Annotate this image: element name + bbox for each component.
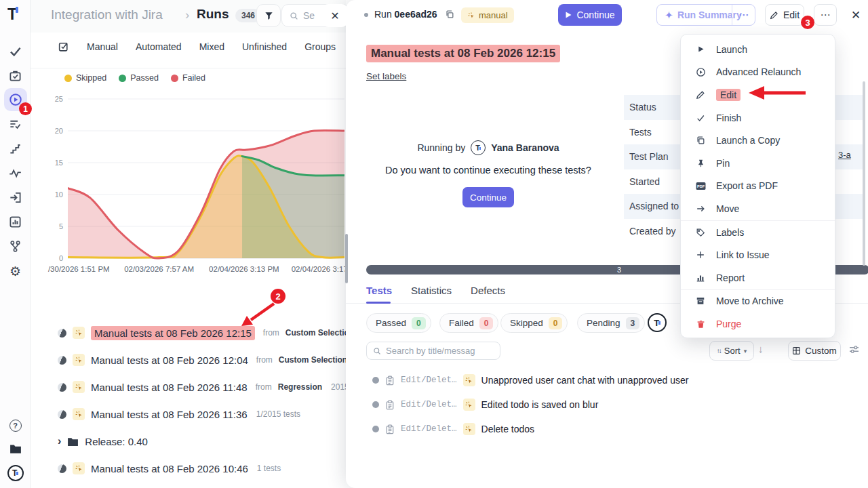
- legend-item-passed[interactable]: Passed: [119, 73, 159, 83]
- manual-test-icon: [463, 374, 475, 386]
- y-tick-label: 5: [59, 222, 63, 230]
- test-title[interactable]: Unapproved user cant chat with unapprove…: [481, 375, 689, 386]
- running-by-label: Running by: [417, 142, 465, 153]
- menu-item-edit[interactable]: Edit: [681, 83, 835, 106]
- tasks-icon[interactable]: [0, 67, 31, 83]
- profile-avatar[interactable]: T: [0, 465, 31, 481]
- test-title[interactable]: Edited todo is saved on blur: [481, 399, 599, 410]
- skipped-count: 0: [549, 317, 563, 329]
- sidebar-rail: T ⚙ ? T: [0, 0, 31, 488]
- tab-groups[interactable]: Groups: [304, 41, 336, 52]
- tab-statistics[interactable]: Statistics: [411, 285, 452, 296]
- tests-search-input[interactable]: [386, 346, 494, 356]
- running-by-row: Running by T Yana Baranova: [346, 140, 631, 155]
- tests-search[interactable]: [366, 342, 500, 360]
- run-title-heading: Manual tests at 08 Feb 2026 12:15: [366, 45, 560, 62]
- menu-item-link-to-issue[interactable]: Link to Issue: [681, 243, 835, 266]
- menu-item-advanced-relaunch[interactable]: Advanced Relaunch: [681, 61, 835, 84]
- app-logo[interactable]: T: [7, 5, 18, 24]
- runner-avatar: T: [471, 140, 486, 155]
- run-id-label: Run 0ee6ad26: [374, 9, 437, 20]
- run-from-label: from: [256, 355, 273, 365]
- tab-unfinished[interactable]: Unfinished: [242, 41, 287, 52]
- run-row[interactable]: Manual tests at 08 Feb 2026 12:15 from C…: [58, 324, 368, 342]
- run-title[interactable]: Manual tests at 08 Feb 2026 11:36: [91, 409, 248, 420]
- run-row[interactable]: Manual tests at 08 Feb 2026 11:36 1/2015…: [58, 405, 300, 423]
- filter-pill-pending[interactable]: Pending3: [577, 313, 645, 333]
- filter-pill-skipped[interactable]: Skipped0: [500, 313, 568, 333]
- custom-view-button[interactable]: Custom: [788, 341, 841, 361]
- menu-item-pin[interactable]: Pin: [681, 152, 835, 175]
- test-row[interactable]: Edit/Delet… Delete todos: [372, 420, 534, 438]
- breadcrumb-project[interactable]: Integration with Jira: [51, 7, 163, 22]
- import-icon[interactable]: [0, 189, 31, 205]
- menu-item-purge[interactable]: Purge: [681, 312, 835, 336]
- run-row[interactable]: Manual tests at 08 Feb 2026 11:48 from R…: [58, 378, 358, 396]
- sort-arrows-icon: ↑↓: [717, 347, 721, 354]
- legend-item-skipped[interactable]: Skipped: [64, 73, 106, 83]
- run-title[interactable]: Manual tests at 08 Feb 2026 11:48: [91, 382, 248, 393]
- assignee-avatar[interactable]: T: [648, 313, 667, 332]
- menu-item-export-as-pdf[interactable]: PDFExport as PDF: [681, 175, 835, 198]
- run-row[interactable]: Manual tests at 08 Feb 2026 10:46 1 test…: [58, 460, 281, 477]
- run-title[interactable]: Manual tests at 08 Feb 2026 12:04: [91, 354, 248, 366]
- chevron-right-icon[interactable]: ›: [58, 435, 61, 447]
- tab-manual[interactable]: Manual: [87, 41, 118, 52]
- drawer-close-icon[interactable]: ✕: [851, 8, 861, 22]
- menu-item-report[interactable]: Report: [681, 266, 835, 289]
- sort-direction-icon[interactable]: ↓: [758, 343, 764, 354]
- menu-item-move[interactable]: Move: [681, 197, 835, 220]
- filter-pill-passed[interactable]: Passed0: [366, 313, 431, 333]
- check-icon: [695, 113, 706, 123]
- continue-executing-button[interactable]: Continue: [462, 187, 514, 207]
- run-summary-button[interactable]: ✦Run Summary⋯: [656, 4, 755, 26]
- menu-item-move-to-archive[interactable]: Move to Archive: [681, 290, 835, 313]
- test-title[interactable]: Delete todos: [481, 424, 535, 434]
- test-plan-link[interactable]: 3-a: [838, 150, 851, 160]
- run-source: Custom Selection: [285, 328, 354, 338]
- analytics-icon[interactable]: [0, 214, 31, 230]
- sort-button[interactable]: ↑↓Sort▾: [709, 341, 754, 361]
- run-title[interactable]: Manual tests at 08 Feb 2026 10:46: [91, 463, 248, 474]
- filter-button[interactable]: [256, 4, 281, 27]
- view-settings-icon[interactable]: [849, 344, 859, 357]
- help-icon[interactable]: ?: [0, 418, 31, 434]
- menu-item-finish[interactable]: Finish: [681, 106, 835, 129]
- menu-item-labels[interactable]: Labels: [681, 221, 835, 244]
- search-close-button[interactable]: ✕: [323, 4, 347, 27]
- run-title[interactable]: Manual tests at 08 Feb 2026 12:15: [91, 326, 255, 340]
- test-row[interactable]: Edit/Delet… Edited todo is saved on blur: [372, 396, 598, 413]
- test-status-dot: [372, 426, 379, 432]
- left-panel-scrollbar[interactable]: [345, 234, 348, 283]
- tab-tests[interactable]: Tests: [366, 285, 392, 296]
- annotation-step-1: 1: [19, 102, 32, 115]
- test-row[interactable]: Edit/Delet… Unapproved user cant chat wi…: [372, 371, 688, 389]
- tab-automated[interactable]: Automated: [136, 41, 182, 52]
- branch-icon[interactable]: [0, 238, 31, 254]
- copy-run-id-icon[interactable]: [445, 9, 454, 22]
- run-folder-row[interactable]: › Release: 0.40: [58, 432, 148, 450]
- select-runs-icon[interactable]: [58, 41, 69, 52]
- drawer-more-button[interactable]: ⋯: [814, 4, 837, 26]
- tab-defects[interactable]: Defects: [471, 285, 505, 296]
- settings-gear-icon[interactable]: ⚙: [0, 263, 31, 279]
- pulse-icon[interactable]: [0, 165, 31, 181]
- drawer-scrollbar[interactable]: [863, 81, 865, 266]
- continue-button[interactable]: Continue: [558, 4, 622, 26]
- runs-history-chart: [68, 95, 344, 264]
- report-list-icon[interactable]: [0, 116, 31, 132]
- filter-pill-failed[interactable]: Failed0: [439, 313, 498, 333]
- run-folder-title[interactable]: Release: 0.40: [85, 436, 148, 447]
- edit-button[interactable]: Edit: [765, 4, 804, 26]
- tab-mixed[interactable]: Mixed: [199, 41, 224, 52]
- set-labels-link[interactable]: Set labels: [366, 71, 406, 81]
- checks-icon[interactable]: [0, 43, 31, 59]
- menu-item-launch-a-copy[interactable]: Launch a Copy: [681, 129, 835, 152]
- legend-item-failed[interactable]: Failed: [171, 73, 205, 83]
- summary-more-icon[interactable]: ⋯: [732, 5, 755, 25]
- projects-folder-icon[interactable]: [0, 441, 31, 457]
- run-row[interactable]: Manual tests at 08 Feb 2026 12:04 from C…: [58, 351, 347, 369]
- steps-icon[interactable]: [0, 140, 31, 157]
- active-tab-underline: [366, 302, 391, 304]
- menu-item-launch[interactable]: Launch: [681, 38, 835, 61]
